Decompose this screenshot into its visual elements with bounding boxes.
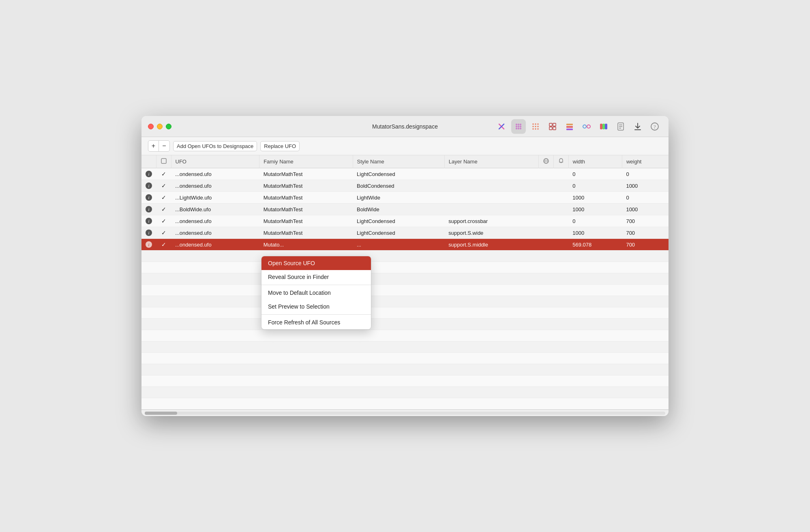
download-icon[interactable]	[630, 119, 645, 134]
col-info	[141, 155, 156, 168]
minimize-button[interactable]	[157, 124, 163, 129]
width-cell: 1000	[568, 192, 622, 204]
bars-icon[interactable]	[562, 119, 577, 134]
add-row-button[interactable]: +	[148, 141, 159, 151]
style-cell: ...	[353, 239, 444, 251]
ufo-cell: ...ondensed.ufo	[171, 180, 259, 192]
info-icon[interactable]: i	[146, 171, 152, 177]
dots-grid-icon[interactable]	[511, 119, 526, 134]
main-content: UFO Famiy Name Style Name Layer Name	[141, 155, 669, 410]
info-icon[interactable]: i	[146, 206, 152, 212]
checkmark: ✓	[161, 206, 166, 212]
context-menu-item-reveal[interactable]: Reveal Source in Finder	[261, 270, 371, 284]
ufo-cell: ...ondensed.ufo	[171, 227, 259, 239]
bell-cell	[553, 204, 568, 215]
check-cell: ✓	[156, 239, 171, 251]
layer-cell: support.S.wide	[444, 227, 538, 239]
globe-cell	[538, 168, 553, 180]
bell-cell	[553, 192, 568, 204]
info-cell: i	[141, 168, 156, 180]
svg-point-12	[535, 123, 536, 125]
info-icon[interactable]: i	[146, 194, 152, 201]
merge-icon[interactable]	[579, 119, 594, 134]
titlebar: MutatorSans.designspace	[141, 116, 669, 137]
info-cell: i	[141, 192, 156, 204]
context-menu-item-move[interactable]: Move to Default Location	[261, 286, 371, 300]
empty-row	[141, 296, 669, 307]
help-icon[interactable]: ?	[647, 119, 662, 134]
check-cell: ✓	[156, 168, 171, 180]
context-menu-item-preview[interactable]: Set Preview to Selection	[261, 300, 371, 313]
info-icon[interactable]: i	[146, 182, 152, 189]
cross-icon[interactable]	[494, 119, 509, 134]
table-row[interactable]: i✓...LightWide.ufoMutatorMathTestLightWi…	[141, 192, 669, 204]
table-row[interactable]: i✓...ondensed.ufoMutatorMathTestLightCon…	[141, 215, 669, 227]
ufo-cell: ...ondensed.ufo	[171, 215, 259, 227]
weight-cell: 1000	[622, 204, 669, 215]
width-cell: 1000	[568, 227, 622, 239]
layer-cell	[444, 168, 538, 180]
maximize-button[interactable]	[166, 124, 171, 129]
layer-cell	[444, 192, 538, 204]
grid-lines-icon[interactable]	[545, 119, 560, 134]
weight-cell: 700	[622, 239, 669, 251]
svg-rect-24	[566, 124, 573, 125]
svg-point-18	[535, 128, 536, 130]
style-cell: BoldWide	[353, 204, 444, 215]
table-body: i✓...ondensed.ufoMutatorMathTestLightCon…	[141, 168, 669, 410]
remove-row-button[interactable]: −	[159, 141, 169, 151]
width-cell: 0	[568, 168, 622, 180]
svg-point-2	[516, 123, 517, 125]
check-cell: ✓	[156, 204, 171, 215]
globe-cell	[538, 192, 553, 204]
info-icon[interactable]: i	[146, 241, 152, 248]
svg-rect-22	[549, 127, 552, 130]
close-button[interactable]	[148, 124, 154, 129]
svg-point-13	[537, 123, 539, 125]
add-open-ufos-button[interactable]: Add Open UFOs to Designspace	[173, 141, 257, 151]
weight-cell: 700	[622, 215, 669, 227]
style-cell: BoldCondensed	[353, 180, 444, 192]
ufo-cell: ...ondensed.ufo	[171, 239, 259, 251]
bell-cell	[553, 180, 568, 192]
table-row[interactable]: i✓...ondensed.ufoMutato......support.S.m…	[141, 239, 669, 251]
info-icon[interactable]: i	[146, 218, 152, 224]
empty-row	[141, 353, 669, 364]
svg-point-5	[516, 125, 517, 127]
check-cell: ✓	[156, 215, 171, 227]
svg-point-16	[537, 126, 539, 127]
replace-ufo-button[interactable]: Replace UFO	[260, 141, 300, 151]
sliders-icon[interactable]	[596, 119, 611, 134]
toolbar-icons: ?	[494, 119, 662, 134]
family-cell: Mutato...	[259, 239, 353, 251]
empty-row	[141, 251, 669, 262]
layer-cell	[444, 204, 538, 215]
svg-point-6	[518, 125, 519, 127]
svg-rect-31	[605, 124, 607, 129]
scrollbar-thumb[interactable]	[145, 412, 177, 415]
family-cell: MutatorMathTest	[259, 227, 353, 239]
context-menu-item-open-ufo[interactable]: Open Source UFO	[261, 256, 371, 270]
svg-point-4	[520, 123, 521, 125]
table-row[interactable]: i✓...ondensed.ufoMutatorMathTestBoldCond…	[141, 180, 669, 192]
table-row[interactable]: i✓...ondensed.ufoMutatorMathTestLightCon…	[141, 227, 669, 239]
checkmark: ✓	[161, 218, 166, 224]
table-row[interactable]: i✓...ondensed.ufoMutatorMathTestLightCon…	[141, 168, 669, 180]
info-icon[interactable]: i	[146, 230, 152, 236]
checkmark: ✓	[161, 182, 166, 189]
svg-rect-40	[161, 159, 166, 163]
checkmark: ✓	[161, 194, 166, 201]
col-check	[156, 155, 171, 168]
svg-point-11	[532, 123, 534, 125]
bell-cell	[553, 239, 568, 251]
svg-text:?: ?	[654, 124, 656, 130]
svg-rect-29	[600, 124, 602, 129]
big-dots-grid-icon[interactable]	[528, 119, 543, 134]
globe-cell	[538, 227, 553, 239]
list-icon[interactable]	[613, 119, 628, 134]
context-menu[interactable]: Open Source UFO Reveal Source in Finder …	[261, 256, 371, 330]
table-container: UFO Famiy Name Style Name Layer Name	[141, 155, 669, 410]
context-menu-item-refresh[interactable]: Force Refresh of All Sources	[261, 315, 371, 329]
scrollbar-track[interactable]	[145, 412, 665, 415]
table-row[interactable]: i✓...BoldWide.ufoMutatorMathTestBoldWide…	[141, 204, 669, 215]
